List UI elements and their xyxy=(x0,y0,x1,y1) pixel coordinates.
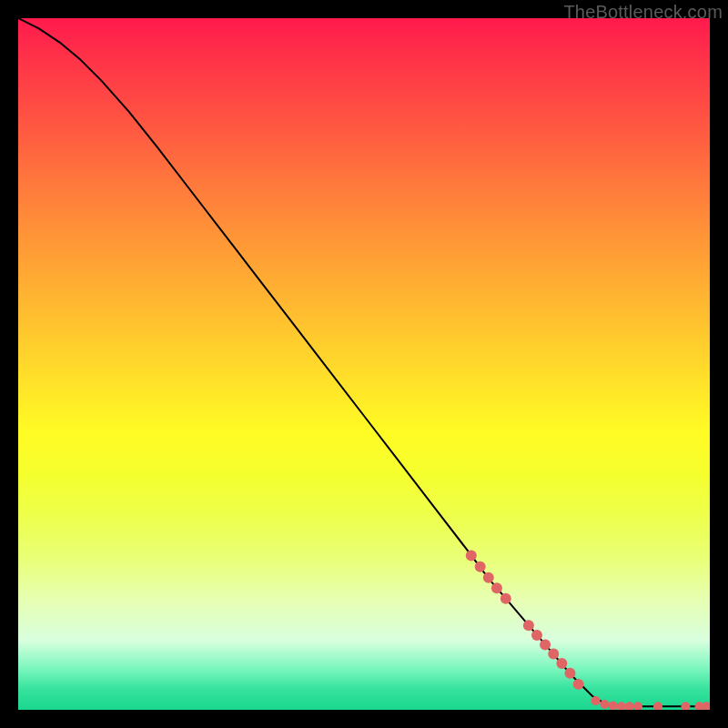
chart-root: TheBottleneck.com xyxy=(0,0,728,728)
chart-svg xyxy=(18,18,710,710)
data-marker xyxy=(600,700,609,709)
data-marker xyxy=(483,572,494,583)
plot-area xyxy=(18,18,710,710)
data-marker xyxy=(491,582,502,593)
data-marker xyxy=(653,702,662,710)
data-marker xyxy=(548,648,559,659)
data-marker xyxy=(475,561,486,572)
data-marker xyxy=(573,679,584,690)
data-marker xyxy=(681,702,690,710)
bottleneck-curve xyxy=(18,18,710,706)
data-marker xyxy=(531,630,542,641)
data-marker xyxy=(556,658,567,669)
data-marker xyxy=(500,593,511,604)
data-marker xyxy=(592,696,601,705)
data-marker xyxy=(633,702,642,710)
data-marker xyxy=(609,701,618,710)
data-marker xyxy=(523,620,534,631)
data-marker xyxy=(540,640,551,651)
data-marker xyxy=(564,668,575,679)
data-marker xyxy=(466,551,477,561)
data-marker xyxy=(702,702,710,710)
data-markers xyxy=(466,551,710,710)
data-marker xyxy=(617,702,626,710)
data-marker xyxy=(625,702,634,710)
